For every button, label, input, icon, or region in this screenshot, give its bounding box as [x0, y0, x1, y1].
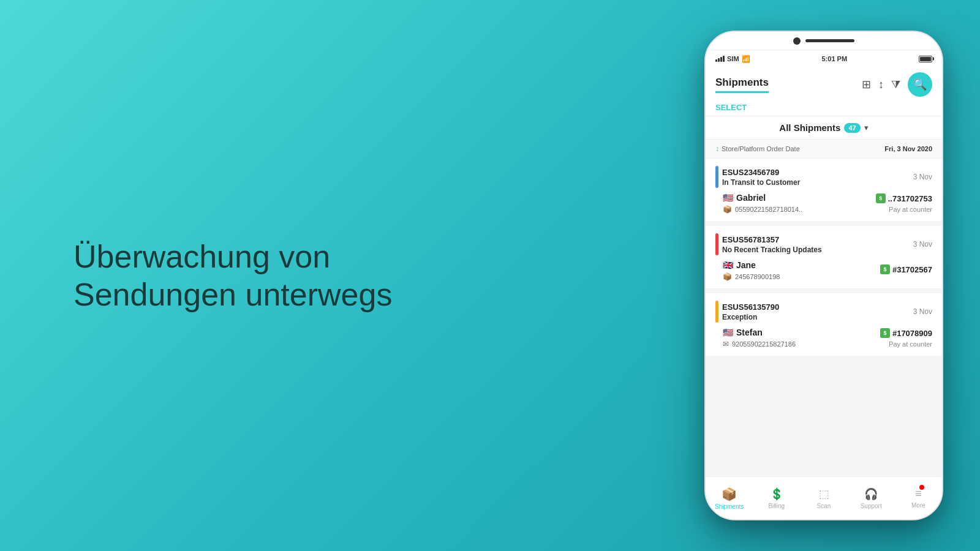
bottom-nav: 📦 Shipments 💲 Billing ⬚ Scan 🎧 Support ≡ — [706, 476, 942, 519]
signal-bar-1 — [715, 59, 717, 62]
select-label[interactable]: SELECT — [715, 103, 747, 112]
filter-bar[interactable]: All Shipments 47 ▾ — [706, 116, 942, 140]
shipment-card-1[interactable]: ESUS23456789 In Transit to Customer 3 No… — [706, 159, 942, 226]
shipment-id-1: ESUS23456789 — [722, 168, 800, 177]
header-icons: ⊞ ↕ ⧩ 🔍 — [862, 72, 932, 97]
recipient-row-2: 🇬🇧 Jane — [723, 260, 780, 270]
nav-item-billing[interactable]: 💲 Billing — [753, 487, 800, 509]
flag-icon-2: 🇬🇧 — [723, 260, 733, 270]
search-icon: 🔍 — [913, 78, 927, 91]
status-dot-blue — [715, 166, 718, 188]
nav-billing-icon: 💲 — [770, 487, 783, 501]
card-date-1: 3 Nov — [913, 173, 932, 181]
filter-icon[interactable]: ⧩ — [891, 78, 900, 91]
order-id-3: $ #17078909 — [880, 328, 932, 338]
filter-count: 47 — [844, 123, 860, 133]
phone-notch — [706, 32, 942, 50]
status-dot-yellow — [715, 301, 718, 323]
card-date-2: 3 Nov — [913, 240, 932, 249]
card-id-row-3: ESUS56135790 Exception — [715, 301, 779, 323]
nav-more-label: More — [911, 502, 925, 509]
carrier-icon-3: ✉ — [723, 340, 729, 348]
payment-label-1: Pay at counter — [889, 206, 932, 213]
sort-icon[interactable]: ↕ — [878, 78, 884, 91]
tracking-number-3: 92055902215827186 — [732, 340, 796, 348]
phone-wrapper: SIM 📶 5:01 PM Shipments ⊞ ↕ ⧩ 🔍 — [704, 31, 980, 520]
camera-notch — [793, 37, 801, 45]
search-button[interactable]: 🔍 — [908, 72, 932, 97]
nav-scan-icon: ⬚ — [819, 487, 829, 501]
phone-device: SIM 📶 5:01 PM Shipments ⊞ ↕ ⧩ 🔍 — [704, 31, 943, 520]
notch-bar — [805, 39, 854, 42]
payment-label-3: Pay at counter — [889, 340, 932, 348]
recipient-name-2: Jane — [736, 260, 756, 270]
nav-item-shipments[interactable]: 📦 Shipments — [706, 487, 753, 510]
sort-bar: ↕ Store/Platform Order Date Fri, 3 Nov 2… — [706, 140, 942, 159]
order-id-1: $ ..731702753 — [876, 193, 932, 203]
sort-left: ↕ Store/Platform Order Date — [715, 144, 800, 153]
nav-support-icon: 🎧 — [864, 487, 878, 501]
grid-icon[interactable]: ⊞ — [862, 78, 871, 91]
card-details-2: 🇬🇧 Jane 📦 245678900198 $ #31702567 — [715, 260, 932, 281]
recipient-name-3: Stefan — [736, 328, 763, 337]
card-top-row-1: ESUS23456789 In Transit to Customer 3 No… — [715, 166, 932, 188]
nav-item-more[interactable]: ≡ More — [895, 487, 942, 509]
card-left-1: 🇺🇸 Gabriel 📦 05590221582718014.. — [723, 193, 802, 214]
card-left-3: 🇺🇸 Stefan ✉ 92055902215827186 — [723, 328, 796, 348]
battery-fill — [920, 57, 931, 61]
status-left: SIM 📶 — [715, 55, 750, 63]
tracking-number-2: 245678900198 — [735, 273, 780, 280]
order-dollar-icon-3: $ — [880, 328, 890, 338]
filter-label: All Shipments — [779, 122, 840, 133]
card-right-2: $ #31702567 — [880, 264, 932, 277]
nav-shipments-label: Shipments — [715, 503, 744, 510]
signal-bars — [715, 56, 725, 62]
status-bar: SIM 📶 5:01 PM — [706, 50, 942, 67]
card-main-2: ESUS56781357 No Recent Tracking Updates — [722, 235, 822, 254]
shipment-status-2: No Recent Tracking Updates — [722, 246, 822, 254]
recipient-row-3: 🇺🇸 Stefan — [723, 328, 796, 337]
shipment-id-2: ESUS56781357 — [722, 235, 822, 244]
signal-bar-2 — [718, 58, 720, 62]
nav-shipments-icon: 📦 — [722, 487, 737, 501]
tracking-row-2: 📦 245678900198 — [723, 272, 780, 281]
nav-scan-label: Scan — [817, 503, 831, 509]
shipments-list: ESUS23456789 In Transit to Customer 3 No… — [706, 159, 942, 361]
carrier-icon-1: 📦 — [723, 205, 732, 214]
card-right-3: $ #17078909 Pay at counter — [880, 328, 932, 348]
order-id-value-2: #31702567 — [892, 265, 932, 274]
carrier-label: SIM — [727, 55, 739, 62]
card-right-1: $ ..731702753 Pay at counter — [876, 193, 932, 213]
time-label: 5:01 PM — [821, 55, 847, 62]
sort-date: Fri, 3 Nov 2020 — [884, 145, 932, 152]
wifi-icon: 📶 — [742, 55, 750, 63]
nav-more-dot: ≡ — [915, 487, 922, 500]
tracking-number-1: 05590221582718014.. — [735, 206, 802, 213]
signal-bar-3 — [720, 57, 722, 62]
tracking-row-1: 📦 05590221582718014.. — [723, 205, 802, 214]
shipment-id-3: ESUS56135790 — [722, 302, 779, 312]
app-header: Shipments ⊞ ↕ ⧩ 🔍 SELECT — [706, 67, 942, 116]
shipment-card-2[interactable]: ESUS56781357 No Recent Tracking Updates … — [706, 226, 942, 293]
card-main-3: ESUS56135790 Exception — [722, 302, 779, 321]
app-title: Shipments — [715, 77, 769, 93]
sort-arrows-icon: ↕ — [715, 144, 719, 153]
nav-item-support[interactable]: 🎧 Support — [848, 487, 895, 509]
order-id-2: $ #31702567 — [880, 264, 932, 274]
order-id-value-1: ..731702753 — [888, 194, 932, 203]
status-dot-red — [715, 233, 718, 255]
sort-label: Store/Platform Order Date — [722, 145, 800, 152]
select-row[interactable]: SELECT — [715, 99, 932, 116]
order-dollar-icon-1: $ — [876, 193, 886, 203]
card-main-1: ESUS23456789 In Transit to Customer — [722, 168, 800, 187]
nav-item-scan[interactable]: ⬚ Scan — [800, 487, 847, 509]
shipment-card-3[interactable]: ESUS56135790 Exception 3 Nov 🇺🇸 Stefan ✉ — [706, 293, 942, 361]
headline: Überwachung von Sendungen unterwegs — [74, 238, 655, 314]
recipient-row-1: 🇺🇸 Gabriel — [723, 193, 802, 203]
left-text-area: Überwachung von Sendungen unterwegs — [0, 189, 704, 363]
card-left-2: 🇬🇧 Jane 📦 245678900198 — [723, 260, 780, 281]
order-dollar-icon-2: $ — [880, 264, 890, 274]
nav-support-label: Support — [861, 503, 882, 509]
battery-icon — [919, 56, 932, 62]
carrier-icon-2: 📦 — [723, 272, 732, 281]
